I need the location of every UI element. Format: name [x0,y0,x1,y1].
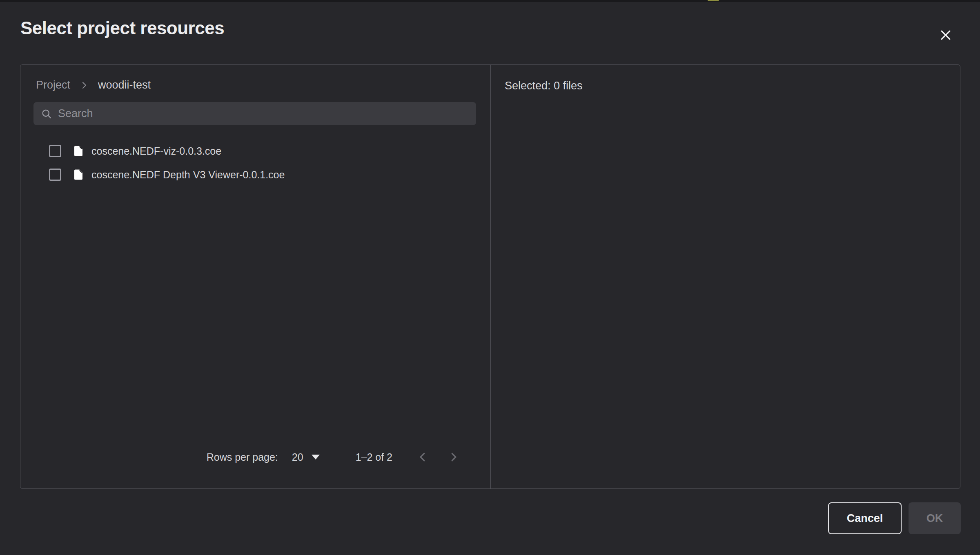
previous-page-button[interactable] [413,448,432,466]
file-row[interactable]: coscene.NEDF-viz-0.0.3.coe [20,139,490,163]
caret-down-icon [312,455,320,460]
chevron-right-icon [79,80,89,90]
rows-per-page-label: Rows per page: [207,451,278,463]
file-checkbox[interactable] [49,169,61,181]
chevron-left-icon [416,451,429,463]
file-checkbox[interactable] [49,145,61,157]
breadcrumb-project-link[interactable]: Project [36,79,70,91]
dialog-title: Select project resources [20,18,224,38]
background-accent-marker [708,0,719,1]
rows-per-page-value: 20 [292,451,303,463]
file-list: coscene.NEDF-viz-0.0.3.coe coscene.NEDF … [20,139,490,186]
breadcrumb-current-folder: woodii-test [98,79,151,91]
selection-summary-pane: Selected: 0 files [491,65,960,488]
file-icon [72,169,85,181]
ok-button[interactable]: OK [909,502,961,534]
search-icon [41,108,52,120]
breadcrumb: Project woodii-test [36,79,151,91]
file-browser-pane: Project woodii-test [20,65,491,488]
select-resources-dialog: Select project resources Project woodii-… [0,0,980,555]
close-button[interactable] [935,24,956,46]
page-range-label: 1–2 of 2 [356,451,392,463]
file-name: coscene.NEDF-viz-0.0.3.coe [91,145,221,157]
background-page-edge [0,0,980,2]
file-icon [72,145,85,157]
selected-count-label: Selected: 0 files [505,80,946,92]
pagination-bar: Rows per page: 20 1–2 of 2 [207,448,463,466]
file-row[interactable]: coscene.NEDF Depth V3 Viewer-0.0.1.coe [20,163,490,186]
cancel-button[interactable]: Cancel [828,502,902,534]
chevron-right-icon [448,451,460,463]
search-box [33,102,476,125]
resource-picker-panel: Project woodii-test [20,64,960,489]
close-icon [939,28,953,42]
file-name: coscene.NEDF Depth V3 Viewer-0.0.1.coe [91,169,285,181]
next-page-button[interactable] [444,448,463,466]
search-input[interactable] [58,107,469,120]
rows-per-page-select[interactable]: 20 [292,451,320,463]
